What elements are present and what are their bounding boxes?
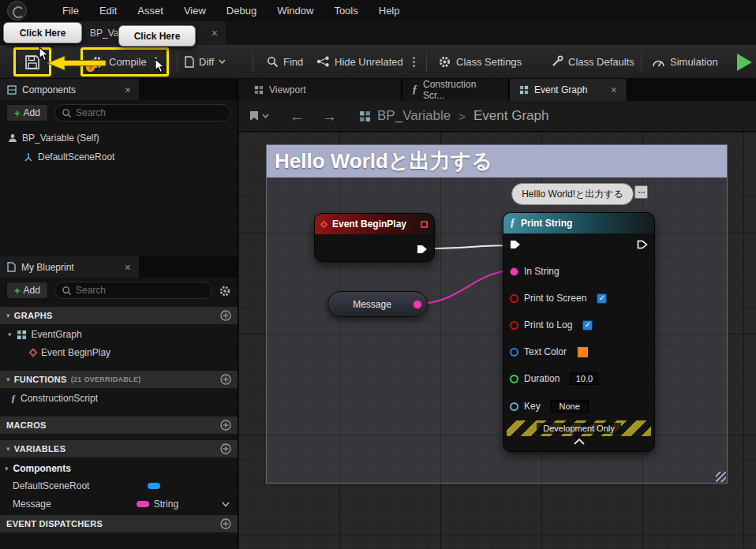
float-pin[interactable] <box>510 375 518 383</box>
play-button[interactable] <box>737 54 752 71</box>
nav-forward-arrow[interactable]: → <box>322 109 337 124</box>
my-blueprint-add-button[interactable]: + Add <box>6 282 48 299</box>
event-graph-icon <box>519 85 529 95</box>
menu-asset[interactable]: Asset <box>127 0 174 21</box>
variables-components-group-row[interactable]: ▾ Components <box>0 460 238 477</box>
variable-type-pill-string <box>137 501 149 507</box>
functions-section-header[interactable]: ▾ FUNCTIONS (21 OVERRIDABLE) <box>0 371 238 388</box>
event-begin-play-row[interactable]: Event BeginPlay <box>0 344 238 361</box>
exec-output-pin[interactable] <box>417 244 428 255</box>
breadcrumb-current[interactable]: Event Graph <box>473 108 548 124</box>
exec-input-pin[interactable] <box>510 239 521 250</box>
variables-section-header[interactable]: ▾ VARIABLES <box>0 440 238 458</box>
cursor-icon-compile <box>155 58 168 73</box>
my-blueprint-panel-tab[interactable]: My Blueprint × <box>0 256 139 278</box>
menu-tools[interactable]: Tools <box>324 0 368 21</box>
tab-event-graph[interactable]: Event Graph × <box>510 79 627 101</box>
menu-help[interactable]: Help <box>369 0 410 21</box>
variable-row-message[interactable]: Message String <box>0 495 238 513</box>
macros-add-button[interactable] <box>220 420 231 431</box>
menu-window[interactable]: Window <box>267 0 324 21</box>
duration-value-field[interactable]: 10.0 <box>570 372 598 385</box>
component-row-self[interactable]: BP_Variable (Self) <box>0 129 238 147</box>
caret-down-icon[interactable]: ▾ <box>6 312 10 319</box>
graphs-section-header[interactable]: ▾ GRAPHS <box>0 307 238 324</box>
caret-down-icon[interactable]: ▾ <box>6 375 10 383</box>
graphs-add-button[interactable] <box>220 310 231 321</box>
bubble-pin-button[interactable] <box>634 185 648 199</box>
functions-header-label: FUNCTIONS <box>14 375 67 384</box>
hide-unrelated-kebab-icon[interactable] <box>413 61 415 63</box>
class-settings-button[interactable]: Class Settings <box>438 50 522 73</box>
bookmark-icon[interactable] <box>249 110 259 121</box>
node-print-string[interactable]: ƒ Print String In String Print to Screen… <box>503 212 655 452</box>
name-pin[interactable] <box>510 402 518 411</box>
components-search-input[interactable] <box>76 107 224 118</box>
component-self-label: BP_Variable (Self) <box>22 133 99 144</box>
tab-viewport-label: Viewport <box>269 84 305 95</box>
breadcrumb-root[interactable]: BP_Variable <box>377 108 451 124</box>
macros-section-header[interactable]: MACROS <box>0 416 238 434</box>
functions-add-button[interactable] <box>220 374 231 385</box>
event-graph-row[interactable]: ▾ EventGraph <box>0 326 238 343</box>
string-pin[interactable] <box>413 300 422 309</box>
caret-down-icon[interactable]: ▾ <box>5 465 9 472</box>
click-here-callout-1[interactable]: Click Here <box>3 22 82 43</box>
components-close-icon[interactable]: × <box>125 84 131 96</box>
bool-pin[interactable] <box>510 294 518 303</box>
menu-debug[interactable]: Debug <box>216 0 267 21</box>
class-defaults-button[interactable]: Class Defaults <box>551 50 634 73</box>
variable-row-scene-root[interactable]: DefaultSceneRoot <box>0 477 238 495</box>
find-button[interactable]: Find <box>267 50 303 73</box>
key-value-field[interactable]: None <box>551 400 589 413</box>
components-cube-icon <box>7 85 17 95</box>
variables-header-label: VARIABLES <box>14 444 65 454</box>
click-here-callout-2[interactable]: Click Here <box>118 25 196 47</box>
construction-script-label: ConstructionScript <box>21 393 98 404</box>
event-dispatchers-section-header[interactable]: EVENT DISPATCHERS <box>0 515 238 532</box>
exec-output-pin[interactable] <box>637 239 648 250</box>
development-only-banner: Development Only <box>507 420 651 436</box>
nav-back-arrow[interactable]: ← <box>290 109 305 124</box>
construction-script-row[interactable]: ƒ ConstructionScript <box>0 390 238 407</box>
check-icon: ✓ <box>585 321 591 329</box>
components-add-button[interactable]: + Add <box>6 104 48 121</box>
hide-unrelated-button[interactable]: Hide Unrelated <box>316 50 418 73</box>
components-panel-tab[interactable]: Components × <box>0 79 139 100</box>
tab-construction-script[interactable]: ƒ Construction Scr... <box>402 79 509 101</box>
print-to-log-checkbox[interactable]: ✓ <box>582 320 593 331</box>
node-message-variable[interactable]: Message <box>327 291 428 317</box>
struct-pin[interactable] <box>510 348 518 357</box>
my-blueprint-close-icon[interactable]: × <box>125 261 131 274</box>
plus-icon: + <box>14 107 21 119</box>
bool-pin[interactable] <box>510 321 518 330</box>
menu-view[interactable]: View <box>174 0 216 21</box>
tab-viewport[interactable]: Viewport <box>238 79 402 101</box>
event-dispatchers-add-button[interactable] <box>220 518 231 529</box>
caret-down-icon[interactable]: ▾ <box>8 331 12 338</box>
variables-add-button[interactable] <box>220 443 231 454</box>
simulation-button[interactable]: Simulation <box>652 50 718 73</box>
bookmark-chevron-icon[interactable] <box>262 114 269 118</box>
tab-close-icon[interactable]: × <box>211 27 218 39</box>
diff-button[interactable]: Diff <box>185 50 226 73</box>
text-color-swatch[interactable] <box>577 346 589 358</box>
my-blueprint-settings-gear-icon[interactable] <box>219 285 231 297</box>
node-collapse-button[interactable] <box>503 439 654 445</box>
menu-edit[interactable]: Edit <box>89 0 127 21</box>
my-blueprint-panel-header: My Blueprint × <box>0 256 238 278</box>
function-icon: ƒ <box>11 393 16 405</box>
string-pin[interactable] <box>510 267 518 276</box>
node-event-begin-play[interactable]: Event BeginPlay <box>314 213 435 262</box>
my-blueprint-search-input[interactable] <box>76 285 205 296</box>
print-to-screen-checkbox[interactable]: ✓ <box>597 293 607 304</box>
event-graph-canvas[interactable]: Hello Worldと出力する Helllo World!と出力する Even… <box>238 132 756 549</box>
variable-chevron-down-icon[interactable] <box>222 502 230 507</box>
caret-down-icon[interactable]: ▾ <box>6 445 10 453</box>
component-row-scene-root[interactable]: DefaultSceneRoot <box>0 148 238 166</box>
document-tab-strip: Viewport ƒ Construction Scr... Event Gra… <box>238 79 756 101</box>
node-comment-bubble[interactable]: Helllo World!と出力する <box>511 183 634 205</box>
menu-file[interactable]: File <box>52 0 89 21</box>
tab-event-graph-close-icon[interactable]: × <box>611 84 617 96</box>
components-panel-header: Components × <box>0 79 238 100</box>
